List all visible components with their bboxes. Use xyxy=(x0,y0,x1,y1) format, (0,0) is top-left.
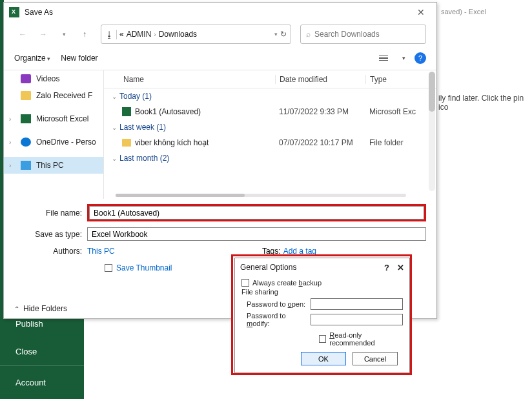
chevron-right-icon[interactable]: › xyxy=(9,139,15,146)
search-icon: ⌕ xyxy=(306,30,311,39)
chevron-right-icon[interactable]: › xyxy=(9,162,15,169)
excel-hint-text: ily find later. Click the pin ico xyxy=(438,94,532,112)
folder-icon xyxy=(122,139,131,147)
file-list-header: Name Date modified Type xyxy=(104,70,436,88)
search-input[interactable]: ⌕ Search Downloads xyxy=(300,25,426,44)
chevron-down-icon: ⌄ xyxy=(112,155,117,162)
file-name-input[interactable] xyxy=(89,206,424,220)
chevron-up-icon: ⌃ xyxy=(14,305,19,312)
scrollbar-thumb[interactable] xyxy=(429,72,435,112)
chevron-down-icon: ⌄ xyxy=(112,93,117,100)
chevron-down-icon: ⌄ xyxy=(112,124,117,131)
breadcrumb-admin[interactable]: ADMIN xyxy=(127,30,152,39)
general-options-highlight: General Options ? ✕ Always create backup… xyxy=(231,254,412,375)
folder-icon xyxy=(21,91,31,100)
refresh-icon[interactable]: ↻ xyxy=(280,30,287,39)
file-row[interactable]: Book1 (Autosaved) 11/07/2022 9:33 PM Mic… xyxy=(104,104,436,119)
video-icon xyxy=(21,74,31,83)
help-icon[interactable]: ? xyxy=(384,263,389,272)
excel-titlebar-fragment: saved) - Excel xyxy=(441,8,486,15)
dialog-title: Save As xyxy=(25,8,53,17)
new-folder-button[interactable]: New folder xyxy=(61,54,97,63)
group-last-week[interactable]: ⌄ Last week (1) xyxy=(104,119,436,135)
save-thumbnail-label: Save Thumbnail xyxy=(116,263,172,272)
help-icon[interactable]: ? xyxy=(414,52,426,64)
file-name-label: File name: xyxy=(14,209,87,218)
nav-close[interactable]: Close xyxy=(0,338,84,365)
up-button[interactable]: ↑ xyxy=(76,26,93,43)
onedrive-icon xyxy=(21,138,31,147)
sidebar-label: This PC xyxy=(36,161,64,170)
search-placeholder: Search Downloads xyxy=(314,30,380,39)
nav-account[interactable]: Account xyxy=(0,365,84,396)
sidebar-item-this-pc[interactable]: › This PC xyxy=(4,157,103,174)
excel-backstage-nav: Publish Close Account xyxy=(0,310,84,399)
excel-icon xyxy=(9,7,19,17)
sidebar-item-videos[interactable]: Videos xyxy=(4,70,103,87)
authors-label: Authors: xyxy=(14,247,87,256)
save-type-label: Save as type: xyxy=(14,230,87,239)
breadcrumb-downloads[interactable]: Downloads xyxy=(159,30,197,39)
sidebar-item-onedrive[interactable]: › OneDrive - Perso xyxy=(4,134,103,150)
close-icon[interactable]: ✕ xyxy=(397,263,404,272)
back-button[interactable]: ← xyxy=(14,26,31,43)
view-menu[interactable] xyxy=(379,51,393,65)
horizontal-scrollbar[interactable] xyxy=(116,194,406,197)
group-last-month[interactable]: ⌄ Last month (2) xyxy=(104,150,436,166)
general-options-dialog: General Options ? ✕ Always create backup… xyxy=(234,258,410,373)
organize-menu[interactable]: Organize xyxy=(14,54,50,63)
forward-button[interactable]: → xyxy=(35,26,52,43)
pwd-open-label: Password to open: xyxy=(247,300,311,308)
sidebar-label: Zalo Received F xyxy=(36,91,92,100)
folder-tree: Videos Zalo Received F › Microsoft Excel… xyxy=(4,70,104,199)
dialog-titlebar: Save As ✕ xyxy=(4,3,436,22)
dialog-toolbar: Organize New folder ▾ ? xyxy=(4,46,436,70)
excel-icon xyxy=(21,114,31,123)
go-title-text: General Options xyxy=(240,263,296,272)
file-name-highlight xyxy=(87,204,426,221)
backup-checkbox[interactable] xyxy=(241,279,249,287)
pc-icon xyxy=(21,161,31,170)
dialog-body: Videos Zalo Received F › Microsoft Excel… xyxy=(4,70,436,199)
file-row[interactable]: viber không kích hoạt 07/07/2022 10:17 P… xyxy=(104,135,436,150)
recent-locations-icon[interactable]: ⭳ xyxy=(105,30,117,39)
sidebar-item-msexcel[interactable]: › Microsoft Excel xyxy=(4,110,103,127)
pwd-modify-input[interactable] xyxy=(311,314,403,325)
scrollbar-thumb[interactable] xyxy=(116,194,245,197)
file-list: Name Date modified Type ⌄ Today (1) Book… xyxy=(104,70,436,199)
save-thumbnail-checkbox[interactable] xyxy=(105,264,112,272)
column-date[interactable]: Date modified xyxy=(275,75,365,84)
file-sharing-label: File sharing xyxy=(241,288,403,296)
breadcrumb-overflow[interactable]: « xyxy=(119,30,124,39)
pwd-modify-label: Password to modify: xyxy=(247,312,311,327)
recent-dropdown[interactable]: ▾ xyxy=(56,26,72,43)
authors-value[interactable]: This PC xyxy=(87,247,115,256)
sidebar-label: Videos xyxy=(36,74,59,83)
ok-button[interactable]: OK xyxy=(301,352,346,365)
sidebar-label: Microsoft Excel xyxy=(36,114,88,123)
column-name[interactable]: Name xyxy=(104,75,275,84)
cancel-button[interactable]: Cancel xyxy=(353,352,398,365)
readonly-checkbox[interactable] xyxy=(319,335,326,343)
close-icon[interactable]: ✕ xyxy=(411,6,431,19)
save-type-select[interactable]: Excel Workbook xyxy=(87,227,426,241)
pwd-open-input[interactable] xyxy=(311,298,403,310)
sidebar-item-zalo[interactable]: Zalo Received F xyxy=(4,87,103,104)
view-dropdown-icon[interactable]: ▾ xyxy=(402,55,405,61)
breadcrumb-bar[interactable]: ⭳ « ADMIN › Downloads ▾ ↻ xyxy=(101,25,291,44)
chevron-right-icon: › xyxy=(154,31,156,38)
chevron-right-icon[interactable]: › xyxy=(9,116,15,123)
backup-label: Always create backup xyxy=(252,279,322,287)
readonly-label: Read-only recommended xyxy=(329,331,403,347)
column-type[interactable]: Type xyxy=(365,75,436,84)
go-titlebar: General Options ? ✕ xyxy=(235,258,409,276)
group-today[interactable]: ⌄ Today (1) xyxy=(104,88,436,104)
hide-folders-button[interactable]: ⌃ Hide Folders xyxy=(14,304,67,313)
sidebar-label: OneDrive - Perso xyxy=(36,138,96,147)
vertical-scrollbar[interactable] xyxy=(429,72,435,191)
breadcrumb-dropdown-icon[interactable]: ▾ xyxy=(274,31,278,37)
excel-file-icon xyxy=(122,107,131,116)
nav-toolbar: ← → ▾ ↑ ⭳ « ADMIN › Downloads ▾ ↻ ⌕ Sear… xyxy=(4,22,436,46)
